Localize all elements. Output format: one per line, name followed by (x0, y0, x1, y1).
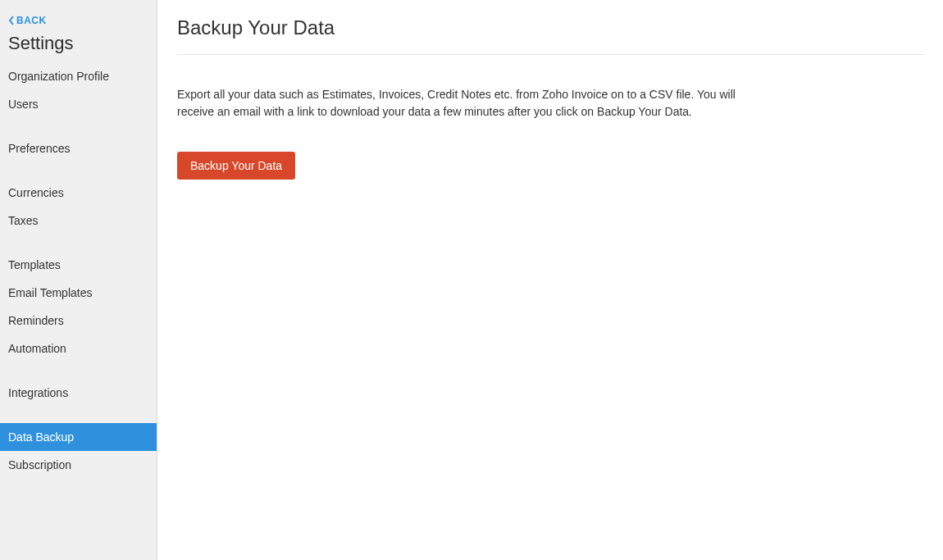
sidebar-item-email-templates[interactable]: Email Templates (0, 279, 157, 307)
sidebar-item-label: Users (8, 98, 39, 111)
back-label: BACK (16, 15, 47, 26)
sidebar-gap (0, 362, 157, 379)
backup-your-data-button[interactable]: Backup Your Data (177, 152, 295, 180)
sidebar-item-label: Reminders (8, 314, 64, 327)
back-link[interactable]: BACK (0, 11, 157, 33)
page-title: Backup Your Data (177, 16, 923, 55)
sidebar-item-taxes[interactable]: Taxes (0, 207, 157, 234)
sidebar-item-label: Preferences (8, 142, 70, 155)
sidebar-item-label: Organization Profile (8, 70, 109, 83)
sidebar-gap (0, 407, 157, 423)
sidebar-item-users[interactable]: Users (0, 90, 157, 118)
page-description: Export all your data such as Estimates, … (177, 86, 768, 121)
sidebar-gap (0, 118, 157, 134)
sidebar-item-currencies[interactable]: Currencies (0, 179, 157, 207)
sidebar-item-label: Integrations (8, 386, 68, 399)
sidebar-item-organization-profile[interactable]: Organization Profile (0, 62, 157, 90)
sidebar-item-templates[interactable]: Templates (0, 251, 157, 279)
sidebar-item-reminders[interactable]: Reminders (0, 307, 157, 335)
sidebar-gap (0, 234, 157, 251)
sidebar-item-preferences[interactable]: Preferences (0, 134, 157, 162)
sidebar-item-label: Data Backup (8, 430, 74, 444)
sidebar-title: Settings (0, 33, 157, 62)
chevron-left-icon (8, 16, 15, 25)
sidebar-item-label: Currencies (8, 186, 64, 199)
main-content: Backup Your Data Export all your data su… (157, 0, 943, 560)
sidebar-item-label: Taxes (8, 214, 39, 227)
sidebar-item-data-backup[interactable]: Data Backup (0, 423, 157, 451)
sidebar-item-subscription[interactable]: Subscription (0, 451, 157, 479)
sidebar-gap (0, 162, 157, 179)
sidebar-item-label: Subscription (8, 458, 71, 471)
sidebar-item-integrations[interactable]: Integrations (0, 379, 157, 407)
sidebar-item-label: Templates (8, 258, 61, 271)
sidebar: BACK Settings Organization Profile Users… (0, 0, 157, 560)
sidebar-item-automation[interactable]: Automation (0, 335, 157, 362)
sidebar-item-label: Email Templates (8, 286, 92, 299)
sidebar-item-label: Automation (8, 342, 66, 355)
